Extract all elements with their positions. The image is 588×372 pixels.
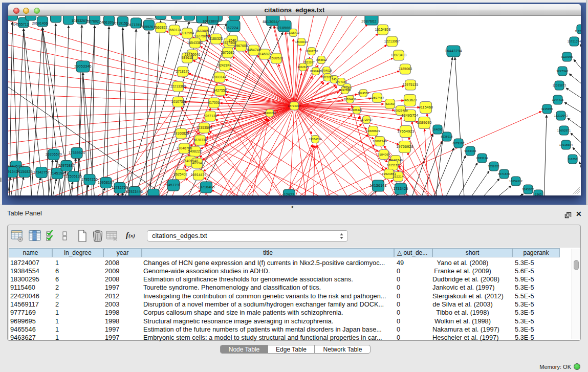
svg-text:8427552: 8427552 (213, 89, 227, 92)
svg-text:16782759: 16782759 (112, 186, 128, 189)
svg-text:16443794: 16443794 (445, 49, 462, 53)
svg-text:17342757: 17342757 (33, 170, 50, 174)
svg-text:14136141: 14136141 (369, 184, 386, 188)
svg-text:1546: 1546 (228, 38, 236, 42)
svg-text:20364436: 20364436 (344, 98, 357, 101)
svg-text:16210643: 16210643 (554, 114, 568, 117)
svg-text:10654112: 10654112 (509, 180, 522, 183)
svg-text:16914479: 16914479 (191, 173, 207, 177)
svg-text:5498222: 5498222 (188, 149, 202, 153)
svg-text:1615132: 1615132 (387, 164, 399, 167)
svg-text:417006: 417006 (208, 101, 220, 104)
svg-text:8186323: 8186323 (209, 37, 223, 40)
svg-text:1963: 1963 (535, 193, 541, 195)
svg-text:6794028: 6794028 (321, 69, 332, 72)
svg-text:7632621: 7632621 (488, 165, 499, 168)
svg-text:15226053: 15226053 (195, 29, 211, 33)
svg-text:9457791: 9457791 (166, 183, 181, 187)
svg-text:9474444: 9474444 (464, 149, 476, 152)
svg-text:11156829: 11156829 (17, 170, 33, 173)
svg-text:18724007: 18724007 (288, 104, 300, 107)
svg-text:1362615: 1362615 (297, 65, 309, 69)
svg-text:164095: 164095 (432, 128, 443, 131)
svg-text:30975887: 30975887 (58, 164, 75, 167)
svg-text:16154808: 16154808 (375, 28, 391, 31)
svg-text:20691406: 20691406 (32, 21, 48, 25)
svg-text:10958107: 10958107 (98, 181, 114, 184)
svg-text:17359924: 17359924 (69, 151, 85, 155)
svg-text:18640910: 18640910 (295, 40, 308, 43)
svg-text:10807487: 10807487 (370, 96, 384, 99)
svg-text:14055713: 14055713 (13, 23, 29, 26)
svg-text:7357224: 7357224 (223, 26, 238, 30)
svg-text:10973493: 10973493 (391, 53, 407, 57)
svg-text:9327505: 9327505 (194, 34, 208, 38)
svg-text:20206570: 20206570 (46, 152, 62, 156)
svg-text:19384554: 19384554 (309, 138, 322, 141)
svg-text:8660124: 8660124 (168, 28, 182, 32)
svg-text:1733426: 1733426 (393, 187, 408, 191)
svg-text:7663822: 7663822 (154, 26, 168, 29)
svg-text:16033809: 16033809 (203, 19, 219, 23)
svg-text:19756928: 19756928 (396, 145, 413, 149)
svg-text:16543382: 16543382 (187, 41, 203, 45)
svg-text:3675685: 3675685 (221, 51, 235, 54)
svg-text:12505135: 12505135 (66, 174, 82, 178)
svg-text:9463627: 9463627 (402, 98, 417, 102)
svg-text:11325419: 11325419 (287, 31, 299, 34)
svg-text:10688609: 10688609 (366, 129, 380, 133)
svg-text:116753: 116753 (568, 158, 577, 161)
svg-text:3215955: 3215955 (541, 107, 553, 111)
svg-text:2087662: 2087662 (361, 19, 376, 24)
svg-text:15692971: 15692971 (557, 129, 571, 132)
svg-text:2967608: 2967608 (234, 44, 248, 48)
svg-text:1089695: 1089695 (417, 121, 431, 125)
svg-text:6466160: 6466160 (100, 20, 114, 24)
svg-text:29053346: 29053346 (74, 64, 92, 69)
svg-text:15751074: 15751074 (568, 40, 581, 43)
svg-text:18807249: 18807249 (373, 140, 387, 143)
svg-text:8912954: 8912954 (181, 31, 194, 35)
svg-text:1010755: 1010755 (171, 100, 185, 103)
svg-text:12975135: 12975135 (403, 83, 419, 86)
svg-text:12093873: 12093873 (553, 84, 567, 87)
svg-text:11124: 11124 (575, 30, 581, 33)
svg-text:12923446: 12923446 (126, 190, 143, 193)
svg-text:16961758: 16961758 (306, 50, 318, 53)
svg-text:17957255: 17957255 (81, 178, 98, 181)
svg-text:7625402: 7625402 (174, 172, 188, 176)
svg-text:8813054: 8813054 (263, 19, 277, 24)
svg-text:3267130: 3267130 (204, 114, 217, 118)
svg-text:12213967: 12213967 (384, 39, 400, 43)
svg-text:12353594: 12353594 (197, 126, 212, 129)
svg-text:8990448: 8990448 (310, 70, 321, 73)
svg-text:1527602: 1527602 (85, 19, 99, 23)
svg-text:8938918: 8938918 (441, 135, 452, 138)
svg-text:1588520: 1588520 (270, 56, 284, 60)
svg-text:1145194: 1145194 (50, 171, 64, 175)
svg-text:989618: 989618 (182, 56, 193, 59)
svg-text:9329966: 9329966 (561, 55, 573, 58)
svg-text:6497568: 6497568 (339, 89, 351, 92)
svg-text:17654923: 17654923 (397, 129, 414, 134)
svg-text:9184067: 9184067 (378, 153, 390, 156)
svg-text:7955812: 7955812 (316, 58, 327, 61)
svg-text:12213369: 12213369 (170, 84, 186, 88)
svg-text:2718176: 2718176 (176, 70, 190, 73)
svg-text:14435001: 14435001 (8, 164, 24, 168)
svg-text:2933114: 2933114 (476, 157, 488, 160)
svg-text:7986322: 7986322 (351, 108, 362, 112)
svg-text:9777169: 9777169 (336, 80, 347, 83)
svg-text:9115460: 9115460 (419, 105, 433, 110)
svg-text:8454749: 8454749 (247, 48, 261, 52)
svg-text:9227342: 9227342 (556, 70, 568, 73)
svg-text:16120746: 16120746 (388, 159, 403, 162)
svg-text:9245052: 9245052 (522, 188, 534, 191)
svg-text:10025438: 10025438 (394, 109, 408, 112)
svg-text:7485063: 7485063 (399, 67, 412, 71)
svg-text:5878334: 5878334 (193, 138, 207, 142)
svg-text:13716485: 13716485 (198, 185, 214, 189)
svg-text:7515526: 7515526 (140, 25, 154, 29)
svg-text:13495754: 13495754 (401, 114, 418, 118)
svg-text:12923: 12923 (284, 193, 295, 195)
